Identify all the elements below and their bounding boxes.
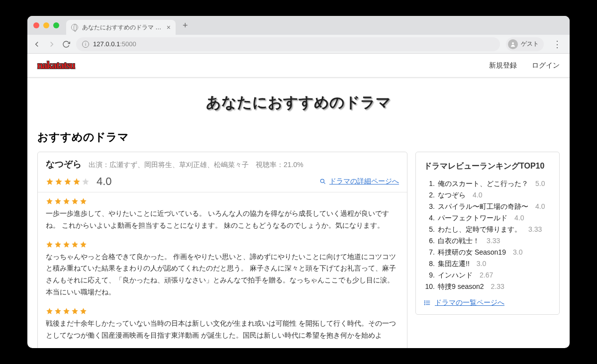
star-icon xyxy=(71,197,79,205)
svg-point-8 xyxy=(424,304,425,305)
review-item: なっちゃんやっと合格できて良かった。 作画をやりたい思いと、諦めずにやりたいこと… xyxy=(46,241,399,298)
minimize-window-button[interactable] xyxy=(43,22,49,28)
url-text: 127.0.0.1:5000 xyxy=(93,40,136,48)
review-stars xyxy=(46,197,399,205)
site-logo[interactable]: nakatatsu xyxy=(37,60,75,71)
star-icon xyxy=(46,197,53,205)
ranking-item[interactable]: 集団左遷!!3.0 xyxy=(424,260,551,269)
review-text: 戦後まだ十余年しかたっていない当時の日本は新しい文化が生まれ或いは可能性 を開拓… xyxy=(46,318,399,342)
ranking-item-score: 3.0 xyxy=(513,248,522,256)
address-bar[interactable]: i 127.0.0.1:5000 xyxy=(76,37,500,51)
star-icon xyxy=(73,178,81,185)
svg-point-7 xyxy=(424,302,425,303)
drama-title: なつぞら xyxy=(46,158,82,170)
ranking-card: ドラマレビューランキングTOP10 俺のスカート、どこ行った？5.0なつぞら4.… xyxy=(415,152,560,315)
svg-point-0 xyxy=(512,42,514,44)
drama-score: 4.0 xyxy=(97,175,112,188)
ranking-item-score: 5.0 xyxy=(535,180,545,187)
star-icon xyxy=(63,197,70,205)
star-icon xyxy=(46,178,54,185)
star-icon xyxy=(80,241,87,248)
drama-header: なつぞら 出演：広瀬すず、岡田将生、草刈正雄、松嶋菜々子 視聴率：21.0% 4… xyxy=(38,152,407,192)
ranking-item[interactable]: なつぞら4.0 xyxy=(424,191,551,200)
page-scroll[interactable]: nakatatsu 新規登録 ログイン あなたにおすすめのドラマ おすすめのドラ… xyxy=(27,54,570,348)
ranking-item[interactable]: インハンド2.67 xyxy=(424,271,551,280)
star-icon xyxy=(55,178,63,185)
star-icon xyxy=(64,178,72,185)
all-dramas-link[interactable]: ドラマの一覧ページへ xyxy=(424,298,551,307)
new-tab-button[interactable]: + xyxy=(183,20,188,31)
browser-tab[interactable]: あなたにおすすめのドラマ ドラマ × xyxy=(66,20,176,35)
reload-button[interactable] xyxy=(62,40,70,48)
browser-menu-button[interactable]: ⋮ xyxy=(550,39,565,50)
two-column-layout: なつぞら 出演：広瀬すず、岡田将生、草刈正雄、松嶋菜々子 視聴率：21.0% 4… xyxy=(37,152,560,348)
login-link[interactable]: ログイン xyxy=(532,61,560,70)
maximize-window-button[interactable] xyxy=(53,22,59,28)
back-button[interactable] xyxy=(32,40,41,49)
drama-detail-link[interactable]: ドラマの詳細ページへ xyxy=(319,177,399,186)
ranking-item[interactable]: パーフェクトワールド4.0 xyxy=(424,214,551,223)
drama-stars xyxy=(46,178,90,185)
drama-cast: 出演：広瀬すず、岡田将生、草刈正雄、松嶋菜々子 xyxy=(89,161,249,170)
recommended-drama-card: なつぞら 出演：広瀬すず、岡田将生、草刈正雄、松嶋菜々子 視聴率：21.0% 4… xyxy=(37,152,407,348)
list-icon xyxy=(424,299,431,306)
ranking-item-score: 3.33 xyxy=(528,225,542,233)
page-viewport: nakatatsu 新規登録 ログイン あなたにおすすめのドラマ おすすめのドラ… xyxy=(27,54,570,348)
review-stars xyxy=(46,241,399,248)
ranking-item[interactable]: わたし、定時で帰ります。3.33 xyxy=(424,225,551,234)
review-text: なっちゃんやっと合格できて良かった。 作画をやりたい思いと、諦めずにやりたいこと… xyxy=(46,251,399,298)
svg-point-1 xyxy=(320,179,324,182)
ranking-item-title: 特捜9 season2 xyxy=(438,282,484,291)
ranking-item-title: 白衣の戦士！ xyxy=(438,237,480,246)
star-icon xyxy=(63,307,70,315)
star-icon xyxy=(80,197,87,205)
ranking-item-title: なつぞら xyxy=(438,191,466,200)
star-icon xyxy=(71,307,79,315)
drama-rating-label: 視聴率：21.0% xyxy=(256,161,303,170)
traffic-lights xyxy=(33,22,59,28)
avatar-icon xyxy=(508,39,518,49)
forward-button[interactable] xyxy=(47,40,56,49)
ranking-item-title: スパイラル〜町工場の奇跡〜 xyxy=(438,202,528,211)
star-icon xyxy=(54,197,62,205)
svg-point-6 xyxy=(424,301,425,301)
section-title: おすすめのドラマ xyxy=(37,130,560,145)
profile-chip[interactable]: ゲスト xyxy=(506,37,544,51)
browser-window: あなたにおすすめのドラマ ドラマ × + i 127.0.0.1:5000 ゲス… xyxy=(27,16,570,348)
ranking-item-title: わたし、定時で帰ります。 xyxy=(438,225,521,234)
ranking-item-title: 俺のスカート、どこ行った？ xyxy=(438,180,528,188)
review-text: 一歩一歩進歩して、やりたいことに近づいている。 いろんな人の協力を得ながら成長し… xyxy=(46,208,399,232)
register-link[interactable]: 新規登録 xyxy=(489,61,517,70)
ranking-item-score: 4.0 xyxy=(535,202,545,210)
review-stars xyxy=(46,307,399,315)
site-info-icon[interactable]: i xyxy=(82,41,89,48)
ranking-item[interactable]: スパイラル〜町工場の奇跡〜4.0 xyxy=(424,202,551,211)
star-icon xyxy=(71,241,79,248)
ranking-item-score: 4.0 xyxy=(514,214,524,222)
page-title: あなたにおすすめのドラマ xyxy=(37,92,560,113)
ranking-item-title: 集団左遷!! xyxy=(438,260,470,269)
ranking-item-title: インハンド xyxy=(438,271,473,280)
globe-icon xyxy=(71,24,78,31)
star-icon xyxy=(46,241,53,248)
search-icon xyxy=(319,178,326,185)
ranking-list: 俺のスカート、どこ行った？5.0なつぞら4.0スパイラル〜町工場の奇跡〜4.0パ… xyxy=(424,180,551,291)
ranking-item[interactable]: 俺のスカート、どこ行った？5.0 xyxy=(424,180,551,188)
sidebar-column: ドラマレビューランキングTOP10 俺のスカート、どこ行った？5.0なつぞら4.… xyxy=(415,152,560,315)
ranking-item[interactable]: 特捜9 season22.33 xyxy=(424,282,551,291)
ranking-title: ドラマレビューランキングTOP10 xyxy=(424,161,551,172)
rating-block: 4.0 xyxy=(46,175,112,188)
drama-detail-link-label: ドラマの詳細ページへ xyxy=(329,177,399,186)
ranking-item-score: 4.0 xyxy=(473,191,482,199)
window-titlebar: あなたにおすすめのドラマ ドラマ × + xyxy=(27,16,570,35)
close-window-button[interactable] xyxy=(33,22,39,28)
star-icon xyxy=(82,178,90,185)
all-dramas-link-label: ドラマの一覧ページへ xyxy=(435,298,504,307)
ranking-item[interactable]: 科捜研の女 Season193.0 xyxy=(424,248,551,257)
star-icon xyxy=(54,307,62,315)
ranking-item-score: 3.33 xyxy=(487,237,500,245)
svg-line-2 xyxy=(323,182,325,183)
ranking-item[interactable]: 白衣の戦士！3.33 xyxy=(424,237,551,246)
close-tab-icon[interactable]: × xyxy=(167,23,171,31)
browser-toolbar: i 127.0.0.1:5000 ゲスト ⋮ xyxy=(27,35,570,54)
